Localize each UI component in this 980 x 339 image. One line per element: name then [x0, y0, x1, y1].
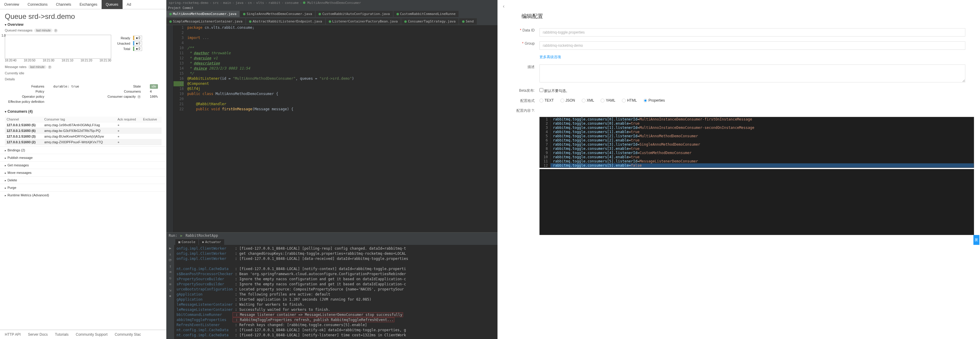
- editor-tab[interactable]: SingleAnnoMethodDemoConsumer.java: [240, 11, 315, 17]
- code-line[interactable]: @RabbitHandler: [187, 102, 498, 107]
- dataid-input[interactable]: [539, 28, 965, 37]
- breadcrumb-seg[interactable]: java: [235, 1, 243, 5]
- format-radio-yaml[interactable]: YAML: [601, 98, 615, 102]
- format-radio-properties[interactable]: Properties: [643, 98, 665, 102]
- format-radio-text[interactable]: TEXT: [539, 98, 554, 102]
- table-row[interactable]: 127.0.0.1:51693 (3)amq.ctag-BUwtKxwHDRYh…: [5, 134, 162, 139]
- cfg-line[interactable]: 12rabbitmq.toggle.consumers[5].enable=fa…: [540, 163, 974, 167]
- nav-tab-queues[interactable]: Queues: [102, 0, 123, 9]
- footer-link[interactable]: Tutorials: [55, 333, 68, 337]
- nav-tab-exchanges[interactable]: Exchanges: [75, 0, 101, 9]
- code-line[interactable]: */: [187, 71, 498, 76]
- timerange-pill[interactable]: last minute: [34, 29, 52, 32]
- editor-tab[interactable]: CustomRabbitAutoConfiguration.java: [316, 11, 393, 17]
- help-icon[interactable]: ?: [48, 65, 51, 69]
- run-action-icon[interactable]: ⇲: [168, 288, 173, 293]
- code-line[interactable]: * @version v1: [187, 56, 498, 61]
- code-line[interactable]: @Component: [187, 81, 498, 86]
- code-line[interactable]: * @description: [187, 61, 498, 66]
- beta-checkbox[interactable]: 默认不要勾选。: [539, 89, 570, 93]
- cfg-line[interactable]: 2rabbitmq.toggle.consumers[0].enable=tru…: [540, 121, 974, 126]
- config-editor[interactable]: 1rabbitmq.toggle.consumers[0].listenerId…: [539, 117, 974, 168]
- code-line[interactable]: @Slf4j: [187, 86, 498, 91]
- editor-tab[interactable]: CustomRabbitCommandLineRunne: [393, 11, 458, 17]
- nav-tab-overview[interactable]: Overview: [0, 0, 23, 9]
- editor-tab[interactable]: Send: [459, 18, 477, 25]
- run-action-icon[interactable]: ↓: [168, 252, 173, 257]
- editor-tab[interactable]: ListenerContainerFactoryBean.java: [326, 18, 401, 25]
- editor-tab[interactable]: SimpleMessageListenerContainer.java: [166, 18, 245, 25]
- footer-link[interactable]: Community Slac: [115, 333, 141, 337]
- action-bindings-2-[interactable]: Bindings (2): [0, 146, 166, 154]
- section-consumers[interactable]: Consumers (4): [0, 108, 166, 115]
- editor-tab[interactable]: ConsumerTagStrategy.java: [401, 18, 458, 25]
- action-purge[interactable]: Purge: [0, 184, 166, 191]
- cfg-line[interactable]: 7rabbitmq.toggle.consumers[3].listenerId…: [540, 142, 974, 146]
- breadcrumb-seg[interactable]: main: [223, 1, 231, 5]
- run-tab-actuator[interactable]: ✱Actuator: [199, 239, 224, 245]
- action-runtime-metrics-advanced-[interactable]: Runtime Metrics (Advanced): [0, 191, 166, 199]
- table-row[interactable]: 127.0.0.1:51693 (6)amq.ctag-lw-G3cF93bG2…: [5, 128, 162, 134]
- run-action-icon[interactable]: ⎋: [168, 276, 173, 281]
- run-action-icon[interactable]: ✖: [168, 294, 173, 299]
- cfg-line[interactable]: 4rabbitmq.toggle.consumers[1].enable=tru…: [540, 130, 974, 134]
- code-line[interactable]: import ...: [187, 35, 498, 40]
- console[interactable]: onfig.impl.ClientWorker : [fixed-127.0.0…: [174, 245, 410, 339]
- table-row[interactable]: 127.0.0.1:51693 (5)amq.ctag-1e98vd6TAntH…: [5, 122, 162, 128]
- config-editor-empty[interactable]: [539, 169, 974, 235]
- breadcrumb-seg[interactable]: rabbit: [269, 1, 280, 5]
- breadcrumb-seg[interactable]: cn: [248, 1, 252, 5]
- code-line[interactable]: /**: [187, 46, 498, 51]
- cfg-line[interactable]: 10rabbitmq.toggle.consumers[4].enable=tr…: [540, 155, 974, 159]
- timerange-pill-2[interactable]: last minute: [28, 65, 46, 69]
- code-area[interactable]: package cn.vlts.rabbit.consume; import .…: [186, 25, 498, 232]
- code-line[interactable]: [187, 97, 498, 102]
- format-radio-xml[interactable]: XML: [582, 98, 594, 102]
- group-input[interactable]: [539, 41, 965, 50]
- tool-tab-commit[interactable]: Commit: [183, 6, 193, 10]
- run-action-icon[interactable]: ↧: [168, 264, 173, 269]
- breadcrumb-seg[interactable]: consume: [285, 1, 299, 5]
- breadcrumb-seg[interactable]: vlts: [256, 1, 264, 5]
- format-radio-json[interactable]: JSON: [560, 98, 575, 102]
- code-line[interactable]: public void firstOnMessage(Message messa…: [187, 107, 498, 112]
- help-icon[interactable]: ?: [137, 95, 141, 99]
- tool-tab-project[interactable]: Project: [168, 6, 181, 10]
- nav-tab-channels[interactable]: Channels: [52, 0, 76, 9]
- help-icon[interactable]: ?: [531, 108, 534, 113]
- desc-textarea[interactable]: [539, 64, 965, 83]
- action-delete[interactable]: Delete: [0, 176, 166, 184]
- code-line[interactable]: @RabbitListener(id = "MultiAnnoMethodDem…: [187, 76, 498, 81]
- footer-link[interactable]: Server Docs: [28, 333, 48, 337]
- breadcrumb-seg[interactable]: spring-rocketmq-demo: [169, 1, 208, 5]
- run-action-icon[interactable]: ≡: [168, 282, 173, 287]
- cfg-line[interactable]: 11rabbitmq.toggle.consumers[5].listenerI…: [540, 159, 974, 163]
- help-icon[interactable]: ?: [54, 29, 57, 32]
- action-publish-message[interactable]: Publish message: [0, 154, 166, 161]
- run-action-icon[interactable]: ⌫: [168, 270, 173, 275]
- code-line[interactable]: [187, 40, 498, 46]
- code-line[interactable]: public class MultiAnnoMethodDemoConsumer…: [187, 91, 498, 97]
- breadcrumb-class[interactable]: MultiAnnoMethodDemoConsumer: [303, 1, 361, 5]
- code-line[interactable]: * @since 2023/2/3 0003 11:54: [187, 66, 498, 71]
- back-button[interactable]: ‹: [498, 0, 980, 13]
- cfg-line[interactable]: 3rabbitmq.toggle.consumers[1].listenerId…: [540, 126, 974, 130]
- publish-button[interactable]: 发: [974, 235, 979, 245]
- cfg-line[interactable]: 9rabbitmq.toggle.consumers[4].listenerId…: [540, 151, 974, 155]
- cfg-line[interactable]: 6rabbitmq.toggle.consumers[2].enable=tru…: [540, 138, 974, 142]
- footer-link[interactable]: Community Support: [76, 333, 108, 337]
- action-move-messages[interactable]: Move messages: [0, 169, 166, 176]
- action-get-messages[interactable]: Get messages: [0, 161, 166, 169]
- footer-link[interactable]: HTTP API: [5, 333, 21, 337]
- cfg-line[interactable]: 8rabbitmq.toggle.consumers[3].enable=tru…: [540, 146, 974, 151]
- run-tab-console[interactable]: ▣Console: [175, 239, 199, 245]
- cfg-line[interactable]: 1rabbitmq.toggle.consumers[0].listenerId…: [540, 117, 974, 121]
- code-line[interactable]: package cn.vlts.rabbit.consume;: [187, 25, 498, 30]
- editor[interactable]: 123410111213141516171819202122 package c…: [166, 25, 498, 232]
- run-action-icon[interactable]: ▶: [168, 246, 173, 251]
- more-options-link[interactable]: 更多高级选项: [539, 55, 561, 59]
- nav-tab-connections[interactable]: Connections: [23, 0, 52, 9]
- editor-tab[interactable]: AbstractRabbitListenerEndpoint.java: [246, 18, 325, 25]
- code-line[interactable]: * @author throwable: [187, 51, 498, 56]
- run-action-icon[interactable]: ⟳: [168, 258, 173, 263]
